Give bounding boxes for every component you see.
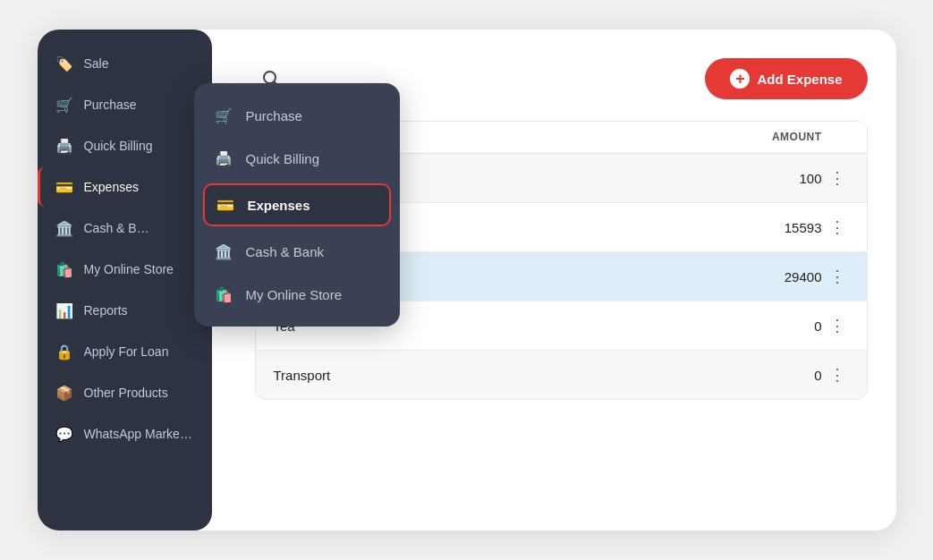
submenu-item-quick-billing[interactable]: 🖨️ Quick Billing <box>194 137 400 180</box>
submenu-item-purchase[interactable]: 🛒 Purchase <box>194 94 400 137</box>
sidebar-item-label: Cash & B… <box>84 221 149 235</box>
purchase-icon: 🛒 <box>55 96 73 114</box>
row-amount: 29400 <box>733 269 822 284</box>
sale-icon: 🏷️ <box>55 55 73 72</box>
row-amount: 0 <box>733 318 822 334</box>
submenu-online-store-icon: 🛍️ <box>214 284 233 304</box>
submenu-dropdown: 🛒 Purchase 🖨️ Quick Billing 💳 Expenses 🏛… <box>194 83 400 327</box>
sidebar-item-cash-bank[interactable]: 🏛️ Cash & B… <box>38 208 212 248</box>
table-row: Transport 0 ⋮ <box>256 351 867 399</box>
sidebar-item-quick-billing[interactable]: 🖨️ Quick Billing <box>38 126 212 165</box>
row-action[interactable]: ⋮ <box>822 216 849 239</box>
sidebar-item-label: My Online Store <box>84 262 174 276</box>
sidebar-item-purchase[interactable]: 🛒 Purchase <box>38 85 212 124</box>
sidebar-item-label: WhatsApp Marketing <box>84 427 194 441</box>
sidebar-item-label: Quick Billing <box>84 139 153 153</box>
submenu-item-expenses[interactable]: 💳 Expenses <box>203 183 391 226</box>
col-amount: AMOUNT <box>733 131 822 144</box>
submenu-item-online-store[interactable]: 🛍️ My Online Store <box>194 273 400 316</box>
quick-billing-icon: 🖨️ <box>55 137 73 155</box>
row-action[interactable]: ⋮ <box>822 363 849 386</box>
sidebar-item-label: Other Products <box>84 386 168 400</box>
expense-icon: 💳 <box>55 178 73 196</box>
sidebar-item-online-store[interactable]: 🛍️ My Online Store <box>38 250 212 289</box>
cash-bank-icon: 🏛️ <box>55 219 73 237</box>
reports-icon: 📊 <box>55 301 73 319</box>
submenu-expense-icon: 💳 <box>216 195 235 215</box>
submenu-item-cash-bank[interactable]: 🏛️ Cash & Bank <box>194 230 400 273</box>
row-category: Transport <box>274 368 733 383</box>
submenu-item-label: Purchase <box>246 108 302 123</box>
submenu-cash-bank-icon: 🏛️ <box>214 242 233 261</box>
submenu-item-label: Quick Billing <box>246 151 320 166</box>
loan-icon: 🔒 <box>55 343 73 361</box>
row-menu-button[interactable]: ⋮ <box>826 314 849 337</box>
other-products-icon: 📦 <box>55 384 73 402</box>
row-action[interactable]: ⋮ <box>822 265 849 288</box>
row-action[interactable]: ⋮ <box>822 166 849 190</box>
sidebar-item-label: Apply For Loan <box>84 344 169 359</box>
add-expense-label: Add Expense <box>757 72 842 87</box>
sidebar-item-reports[interactable]: 📊 Reports <box>38 291 212 330</box>
row-amount: 15593 <box>733 220 822 235</box>
app-container: 🏷️ Sale 🛒 Purchase 🖨️ Quick Billing 💳 Ex… <box>38 30 896 530</box>
row-action[interactable]: ⋮ <box>822 314 849 337</box>
col-action <box>822 131 849 144</box>
row-amount: 0 <box>733 368 822 383</box>
sidebar-item-expenses[interactable]: 💳 Expenses <box>38 167 212 207</box>
row-amount: 100 <box>733 171 822 186</box>
plus-icon: + <box>730 69 750 89</box>
row-menu-button[interactable]: ⋮ <box>826 216 849 239</box>
sidebar-item-label: Expenses <box>84 180 139 194</box>
row-menu-button[interactable]: ⋮ <box>826 363 849 386</box>
sidebar-item-apply-loan[interactable]: 🔒 Apply For Loan <box>38 332 212 371</box>
whatsapp-icon: 💬 <box>55 425 73 443</box>
add-expense-button[interactable]: + Add Expense <box>705 58 867 99</box>
sidebar-item-whatsapp[interactable]: 💬 WhatsApp Marketing <box>38 414 212 454</box>
online-store-icon: 🛍️ <box>55 260 73 278</box>
sidebar-item-sale[interactable]: 🏷️ Sale <box>38 44 212 83</box>
sidebar-item-other-products[interactable]: 📦 Other Products <box>38 373 212 412</box>
row-menu-button[interactable]: ⋮ <box>826 166 849 190</box>
submenu-purchase-icon: 🛒 <box>214 106 233 125</box>
submenu-item-label: Cash & Bank <box>246 244 325 259</box>
row-menu-button[interactable]: ⋮ <box>826 265 849 288</box>
sidebar-item-label: Reports <box>84 303 128 318</box>
sidebar-item-label: Purchase <box>84 98 137 112</box>
submenu-item-label: Expenses <box>248 198 310 213</box>
sidebar: 🏷️ Sale 🛒 Purchase 🖨️ Quick Billing 💳 Ex… <box>38 30 212 530</box>
submenu-item-label: My Online Store <box>246 287 343 302</box>
submenu-quick-billing-icon: 🖨️ <box>214 148 233 168</box>
sidebar-item-label: Sale <box>84 56 109 71</box>
